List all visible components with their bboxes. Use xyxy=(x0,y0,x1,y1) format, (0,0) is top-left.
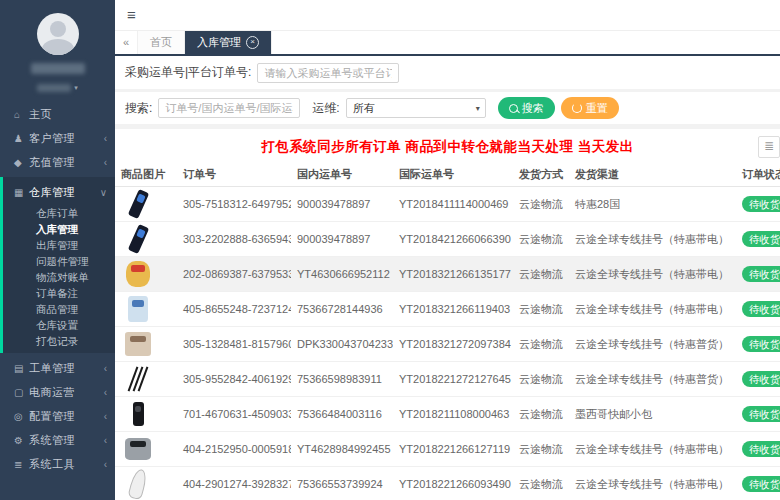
table-row[interactable]: 701-4670631-450903375366484003116YT20182… xyxy=(115,397,780,432)
sidebar-item-label: 工单管理 xyxy=(29,361,104,376)
product-image-shape xyxy=(126,261,150,287)
domestic-waybill-cell: YT4630666952112 xyxy=(291,257,393,292)
status-badge: 待收货 xyxy=(742,406,780,422)
shipping-channel-cell: 墨西哥快邮小包 xyxy=(569,397,736,432)
user-profile[interactable]: ▾ xyxy=(0,0,115,88)
order-number-cell: 404-2152950-0005918 xyxy=(177,432,291,467)
user-subtitle-redacted xyxy=(37,84,71,92)
recharge-icon: ◆ xyxy=(14,157,29,168)
sidebar-subitem-问题件管理[interactable]: 问题件管理 xyxy=(3,253,115,269)
table-row[interactable]: 404-2901274-392832775366553739924YT20182… xyxy=(115,467,780,500)
chevron-left-icon: ‹ xyxy=(104,459,107,470)
shipping-method-cell: 云途物流 xyxy=(513,467,569,500)
table-row[interactable]: 303-2202888-6365943900039478897YT2018421… xyxy=(115,222,780,257)
purchase-filter-row: 采购运单号|平台订单号: xyxy=(115,56,780,89)
order-number-cell: 305-9552842-4061929 xyxy=(177,362,291,397)
table-row[interactable]: 305-1328481-8157960DPK330043704233YT2018… xyxy=(115,327,780,362)
order-status-cell: 待收货 xyxy=(736,327,780,362)
column-settings-button[interactable]: ≣ xyxy=(758,136,780,158)
chevron-down-icon[interactable]: ▾ xyxy=(74,84,78,91)
search-input[interactable] xyxy=(158,98,300,118)
sidebar-subitem-订单备注[interactable]: 订单备注 xyxy=(3,285,115,301)
sidebar-item-充值管理[interactable]: ◆充值管理‹ xyxy=(0,150,115,174)
hamburger-menu-icon[interactable]: ≡ xyxy=(115,0,148,30)
product-image[interactable] xyxy=(121,188,155,220)
chevron-down-icon: ∨ xyxy=(100,187,107,198)
product-image-shape xyxy=(127,224,148,254)
sidebar-item-主页[interactable]: ⌂主页 xyxy=(0,102,115,126)
table-body: 305-7518312-6497952900039478897YT2018411… xyxy=(115,187,780,500)
close-icon[interactable]: × xyxy=(246,36,259,49)
table-row[interactable]: 404-2152950-0005918YT4628984992455YT2018… xyxy=(115,432,780,467)
sidebar-item-仓库管理[interactable]: ▦仓库管理∨ xyxy=(3,179,115,205)
table-row[interactable]: 305-9552842-406192975366598983911YT20182… xyxy=(115,362,780,397)
chevron-left-icon: ‹ xyxy=(104,387,107,398)
shipping-method-cell: 云途物流 xyxy=(513,292,569,327)
table-row[interactable]: 405-8655248-723712475366728144936YT20183… xyxy=(115,292,780,327)
shipping-channel-cell: 云途全球专线挂号（特惠带电） xyxy=(569,432,736,467)
channel-filter-label: 运维: xyxy=(312,100,339,117)
sidebar-item-label: 充值管理 xyxy=(29,155,104,170)
product-image[interactable] xyxy=(121,258,155,290)
home-icon: ⌂ xyxy=(14,109,29,120)
tab-入库管理[interactable]: 入库管理× xyxy=(185,31,272,54)
product-image-cell xyxy=(115,257,177,292)
shipping-channel-cell: 云途全球专线挂号（特惠带电） xyxy=(569,292,736,327)
product-image-shape xyxy=(128,296,148,322)
product-image[interactable] xyxy=(121,468,155,500)
sidebar-item-工单管理[interactable]: ▤工单管理‹ xyxy=(0,356,115,380)
sidebar-subitem-出库管理[interactable]: 出库管理 xyxy=(3,237,115,253)
sync-notice-text: 打包系统同步所有订单 商品到中转仓就能当天处理 当天发出 xyxy=(115,129,780,162)
column-header-订单号: 订单号 xyxy=(177,162,291,187)
sidebar-subitem-入库管理[interactable]: 入库管理 xyxy=(3,221,115,237)
sidebar-subitem-商品管理[interactable]: 商品管理 xyxy=(3,301,115,317)
table-row[interactable]: 305-7518312-6497952900039478897YT2018411… xyxy=(115,187,780,222)
intl-waybill-cell: YT2018411114000469 xyxy=(393,187,513,222)
ecommerce-icon: ▢ xyxy=(14,387,29,398)
sidebar-subitem-仓库设置[interactable]: 仓库设置 xyxy=(3,317,115,333)
product-image[interactable] xyxy=(121,398,155,430)
sidebar-subitem-打包记录[interactable]: 打包记录 xyxy=(3,333,115,349)
search-button[interactable]: 搜索 xyxy=(498,97,555,119)
sidebar-subitem-仓库订单[interactable]: 仓库订单 xyxy=(3,205,115,221)
sidebar-item-系统工具[interactable]: ≣系统工具‹ xyxy=(0,452,115,476)
sidebar-item-系统管理[interactable]: ⚙系统管理‹ xyxy=(0,428,115,452)
channel-select[interactable]: 所有 ▾ xyxy=(346,98,486,118)
shipping-method-cell: 云途物流 xyxy=(513,432,569,467)
column-header-国内运单号: 国内运单号 xyxy=(291,162,393,187)
product-image-cell xyxy=(115,327,177,362)
product-image[interactable] xyxy=(121,363,155,395)
sidebar-item-客户管理[interactable]: ♟客户管理‹ xyxy=(0,126,115,150)
channel-select-value: 所有 xyxy=(353,101,375,116)
order-number-cell: 404-2901274-3928327 xyxy=(177,467,291,500)
purchase-waybill-label: 采购运单号|平台订单号: xyxy=(125,64,251,81)
domestic-waybill-cell: 75366598983911 xyxy=(291,362,393,397)
config-icon: ◎ xyxy=(14,411,29,422)
product-image[interactable] xyxy=(121,328,155,360)
sidebar-group-仓库管理: ▦仓库管理∨仓库订单入库管理出库管理问题件管理物流对账单订单备注商品管理仓库设置… xyxy=(0,177,115,353)
order-number-cell: 305-1328481-8157960 xyxy=(177,327,291,362)
product-image-cell xyxy=(115,292,177,327)
product-image[interactable] xyxy=(121,433,155,465)
product-image-cell xyxy=(115,397,177,432)
product-image[interactable] xyxy=(121,293,155,325)
avatar[interactable] xyxy=(37,13,79,55)
tab-scroll-left-icon[interactable]: « xyxy=(115,31,138,54)
main-area: ≡ « 首页入库管理× 采购运单号|平台订单号: 搜索: 运维: 所有 ▾ 搜索… xyxy=(115,0,780,500)
sidebar-item-电商运营[interactable]: ▢电商运营‹ xyxy=(0,380,115,404)
select-caret-icon: ▾ xyxy=(476,104,480,113)
tab-首页[interactable]: 首页 xyxy=(138,31,185,54)
domestic-waybill-cell: 900039478897 xyxy=(291,187,393,222)
purchase-waybill-input[interactable] xyxy=(257,63,399,83)
order-status-cell: 待收货 xyxy=(736,362,780,397)
inbound-table-card: 打包系统同步所有订单 商品到中转仓就能当天处理 当天发出 ≣ 商品图片订单号国内… xyxy=(115,129,780,500)
column-header-发货渠道: 发货渠道 xyxy=(569,162,736,187)
sidebar-item-配置管理[interactable]: ◎配置管理‹ xyxy=(0,404,115,428)
sidebar-item-label: 系统管理 xyxy=(29,433,104,448)
product-image[interactable] xyxy=(121,223,155,255)
workorder-icon: ▤ xyxy=(14,363,29,374)
reset-button[interactable]: 重置 xyxy=(561,97,619,119)
column-header-国际运单号: 国际运单号 xyxy=(393,162,513,187)
table-row[interactable]: 202-0869387-6379533YT4630666952112YT2018… xyxy=(115,257,780,292)
sidebar-subitem-物流对账单[interactable]: 物流对账单 xyxy=(3,269,115,285)
